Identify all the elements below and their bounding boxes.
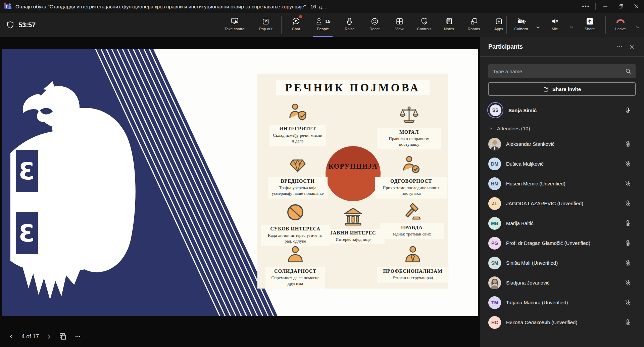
- mic-muted-icon[interactable]: [624, 259, 631, 267]
- slide-page-indicator: 4 of 17: [21, 333, 39, 340]
- term-desc: Једнак третман свих: [382, 231, 441, 237]
- toolbar-label: Mic: [552, 27, 558, 31]
- avatar: SS: [490, 104, 501, 116]
- leave-button[interactable]: Leave: [608, 13, 633, 37]
- mic-muted-icon: [550, 16, 559, 26]
- mic-on-icon[interactable]: [624, 106, 631, 114]
- attendees-section-header[interactable]: Attendees (10): [480, 123, 644, 134]
- camera-options-chevron[interactable]: [534, 17, 542, 37]
- camera-button[interactable]: Camera: [509, 13, 534, 37]
- previous-slide-button[interactable]: [5, 330, 18, 343]
- window-more-icon[interactable]: •••: [577, 0, 595, 13]
- attendee-row[interactable]: PG Prof. dr Dragan Glamočić (Unverified): [480, 233, 644, 253]
- notes-icon: [445, 16, 453, 26]
- view-button[interactable]: View: [387, 13, 412, 37]
- window-close-button[interactable]: [629, 0, 644, 13]
- term-text: СУКОБ ИНТЕРЕСАКада лични интерес утиче н…: [261, 225, 330, 246]
- participants-more-button[interactable]: [614, 41, 626, 53]
- attendee-list: Aleksandar Stanković DM Dušica Maljković: [480, 134, 644, 332]
- window-controls: •••: [577, 0, 644, 13]
- attendee-row[interactable]: JL JAGODA LAZAREVIC (Unverified): [480, 193, 644, 213]
- attendee-row[interactable]: DM Dušica Maljković: [480, 154, 644, 174]
- attendee-name: Tatjana Macura (Unverified): [506, 300, 624, 305]
- chat-button[interactable]: Chat: [284, 13, 308, 37]
- term-profesionalizam: ПРОФЕСИОНАЛИЗАМЕтичан и стручан рад: [377, 244, 449, 283]
- infographic-panel: РЕЧНИК ПОЈМОВА КОРУПЦИЈА ИНТЕГРИТЕТСклад…: [257, 74, 448, 289]
- slide-overview-button[interactable]: [56, 330, 70, 343]
- toolbar-label: Leave: [615, 27, 626, 31]
- term-title: ОДГОВОРНОСТ: [378, 178, 444, 184]
- term-desc: Спремност да се помогне другима: [268, 275, 323, 287]
- window-minimize-button[interactable]: [598, 0, 613, 13]
- avatar: PG: [488, 237, 501, 250]
- controls-shield-gear-icon: [420, 16, 429, 26]
- eagle-artwork: Ɛ Ɛ: [2, 49, 281, 316]
- attendee-row[interactable]: SM Siniša Mali (Unverified): [480, 253, 644, 273]
- mic-muted-icon[interactable]: [624, 240, 631, 247]
- term-text: ПРОФЕСИОНАЛИЗАМЕтичан и стручан рад: [377, 267, 449, 283]
- attendee-row[interactable]: TM Tatjana Macura (Unverified): [480, 293, 644, 312]
- next-slide-button[interactable]: [42, 330, 56, 343]
- people-button[interactable]: 15 People: [308, 13, 337, 37]
- share-button[interactable]: Share: [576, 13, 603, 37]
- attendee-row[interactable]: НС Никола Селаковић (Unverified): [480, 312, 644, 332]
- mic-muted-icon[interactable]: [624, 180, 631, 187]
- attendee-name: Husein Memic (Unverified): [506, 181, 624, 186]
- raise-hand-button[interactable]: Raise: [337, 13, 362, 37]
- chat-icon: [292, 16, 300, 26]
- react-button[interactable]: React: [362, 13, 387, 37]
- pop-out-button[interactable]: Pop out: [252, 13, 279, 37]
- notes-button[interactable]: Notes: [437, 13, 461, 37]
- participants-title: Participants: [488, 43, 614, 50]
- take-control-button[interactable]: Take control: [217, 13, 252, 37]
- gavel-icon: [401, 200, 422, 221]
- term-odgovornost: ОДГОВОРНОСТПрихватамо последице наших по…: [375, 154, 447, 199]
- mic-muted-icon[interactable]: [624, 140, 631, 148]
- participants-panel: Participants Share invite SS Sanj: [480, 37, 644, 347]
- toolbar-label: Controls: [417, 27, 432, 31]
- presentation-slide[interactable]: Ɛ Ɛ РЕЧНИК ПОЈМОВА КОРУПЦИЈА ИНТЕГРИТЕТС…: [2, 49, 478, 316]
- corruption-label: КОРУПЦИЈА: [329, 162, 378, 201]
- toolbar-label: Notes: [444, 27, 454, 31]
- diamond-icon: [288, 154, 308, 174]
- toolbar-label: Share: [585, 27, 595, 31]
- attendee-row[interactable]: MB Marija Baltić: [480, 213, 644, 233]
- attendee-row[interactable]: HM Husein Memic (Unverified): [480, 174, 644, 193]
- leave-options-chevron[interactable]: [633, 17, 642, 37]
- term-pravda: ПРАВДАЈеднак третман свих: [380, 200, 444, 239]
- corruption-circle: КОРУПЦИЈА: [326, 146, 381, 201]
- share-invite-icon: [543, 86, 549, 92]
- avatar: SM: [488, 257, 501, 269]
- avatar: DM: [488, 158, 501, 170]
- mic-button[interactable]: Mic: [542, 13, 567, 37]
- window-titlebar: T Онлајн обука "Стандарди интегритета ја…: [0, 0, 644, 13]
- participants-close-button[interactable]: [626, 41, 638, 53]
- shield-icon: [6, 21, 14, 29]
- avatar: [488, 276, 501, 289]
- attendee-row[interactable]: Sladjana Jovanović: [480, 273, 644, 293]
- pager-more-button[interactable]: [70, 330, 85, 343]
- attendees-header-label: Attendees (10): [497, 126, 530, 131]
- avatar: JL: [488, 197, 501, 210]
- mic-muted-icon[interactable]: [624, 200, 631, 207]
- controls-button[interactable]: Controls: [412, 13, 437, 37]
- teams-meeting-window: { "window": { "title": "Онлајн обука \"С…: [0, 0, 644, 347]
- share-invite-button[interactable]: Share invite: [488, 82, 636, 96]
- person-shield-icon: [288, 101, 308, 122]
- presenter-row[interactable]: SS Sanja Simić: [480, 100, 644, 120]
- avatar: [488, 138, 501, 150]
- mic-muted-icon[interactable]: [624, 299, 631, 306]
- mic-options-chevron[interactable]: [567, 17, 576, 37]
- attendee-name: Siniša Mali (Unverified): [506, 260, 624, 266]
- window-restore-button[interactable]: [613, 0, 629, 13]
- mic-muted-icon[interactable]: [624, 220, 631, 227]
- term-desc: Етичан и стручан рад: [380, 275, 446, 280]
- attendee-name: Aleksandar Stanković: [506, 141, 624, 147]
- attendee-row[interactable]: Aleksandar Stanković: [480, 134, 644, 154]
- mic-muted-icon[interactable]: [624, 319, 631, 326]
- term-sukob: СУКОБ ИНТЕРЕСАКада лични интерес утиче н…: [261, 201, 330, 246]
- participant-search-input[interactable]: [488, 69, 636, 74]
- rooms-button[interactable]: Rooms: [461, 13, 486, 37]
- mic-muted-icon[interactable]: [624, 279, 631, 287]
- mic-muted-icon[interactable]: [624, 160, 631, 168]
